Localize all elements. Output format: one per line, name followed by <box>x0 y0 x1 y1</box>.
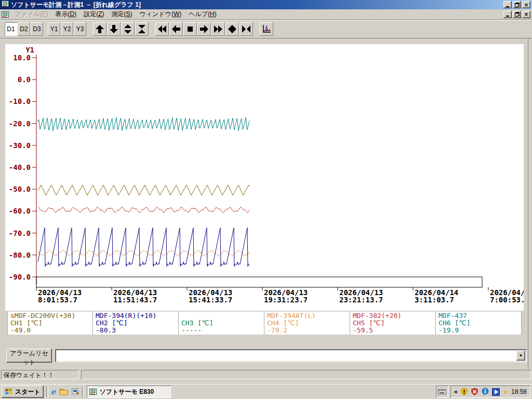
child-minimize-button[interactable] <box>503 11 512 18</box>
child-window-icon[interactable] <box>2 11 9 18</box>
title-bar: ソフトサーモ計測－計測1 － [折れ線グラフ 1] × <box>0 0 532 9</box>
stop-icon <box>185 24 195 34</box>
menu-measure[interactable]: 測定(S) <box>108 9 136 19</box>
minimize-button[interactable] <box>503 1 512 8</box>
expand-vertical-button[interactable] <box>121 22 135 36</box>
arrow-left-icon <box>171 24 181 34</box>
scroll-down-button[interactable] <box>107 22 121 36</box>
expand-horizontal-icon <box>227 24 237 34</box>
menu-settings[interactable]: 設定(Z) <box>80 9 108 19</box>
legend-cell-ch6: MDF-437 CH6 [℃] -19.9 <box>436 312 522 335</box>
channel-value: -19.9 <box>438 327 518 334</box>
graph-display-button[interactable] <box>260 22 273 36</box>
quick-launch: e <box>51 387 80 396</box>
media-play-icon[interactable] <box>492 388 500 396</box>
app-icon <box>89 388 97 395</box>
restore-button[interactable] <box>513 1 521 8</box>
minimize-icon <box>506 6 509 7</box>
menu-file[interactable]: ファイル(F) <box>11 9 51 19</box>
close-icon: × <box>524 11 528 17</box>
svg-text:23:21:13.7: 23:21:13.7 <box>339 296 383 304</box>
dropdown-button[interactable]: ▼ <box>516 351 525 361</box>
line-chart: Y110.00.0-10.0-20.0-30.0-40.0-50.0-60.0-… <box>5 44 524 311</box>
toolbar-y3-button[interactable]: Y3 <box>74 22 86 36</box>
svg-text:-70.0: -70.0 <box>9 229 31 237</box>
child-close-button[interactable]: × <box>522 11 530 18</box>
channel-label: CH6 [℃] <box>438 320 518 327</box>
alarm-combobox[interactable]: ▼ <box>55 349 527 362</box>
toolbar-y1-button[interactable]: Y1 <box>48 22 60 36</box>
channel-name: MDF-394(R)(+10) <box>96 312 176 320</box>
menu-help[interactable]: ヘルプ(H) <box>185 9 220 19</box>
fast-rewind-icon <box>157 24 167 34</box>
start-button[interactable]: スタート <box>2 385 44 398</box>
channel-name: MDF-394AT(L) <box>267 312 347 320</box>
status-bar: 保存ウェイト！！ <box>0 369 532 380</box>
scroll-up-button[interactable] <box>93 22 107 36</box>
channel-value: -59.5 <box>353 327 433 334</box>
expand-vertical-icon <box>123 24 133 34</box>
menu-bar: ファイル(F) 表示(D) 設定(Z) 測定(S) ウィンドウ(W) ヘルプ(H… <box>0 9 532 19</box>
folder-icon[interactable] <box>59 388 68 395</box>
menu-window[interactable]: ウィンドウ(W) <box>136 9 185 19</box>
toolbar-d1-button[interactable]: D1 <box>5 22 17 36</box>
compress-horizontal-button[interactable] <box>240 22 253 36</box>
taskbar-clock[interactable]: 18:58 <box>511 388 527 395</box>
fast-rewind-button[interactable] <box>155 22 169 36</box>
child-restore-button[interactable] <box>513 11 521 18</box>
svg-text:-40.0: -40.0 <box>9 163 31 171</box>
internet-explorer-icon[interactable]: e <box>51 387 56 396</box>
windows-logo-icon <box>5 388 13 395</box>
step-back-button[interactable] <box>169 22 183 36</box>
channel-name: MDF-437 <box>438 312 518 320</box>
toolbar-d2-button[interactable]: D2 <box>18 22 30 36</box>
y-axis: Y110.00.0-10.0-20.0-30.0-40.0-50.0-60.0-… <box>9 46 36 284</box>
channel-name: sMDF-DC200V(+30) <box>10 312 90 320</box>
restore-icon <box>515 12 520 17</box>
svg-text:-80.0: -80.0 <box>9 251 31 259</box>
channel-name <box>181 312 261 320</box>
svg-text:0.0: 0.0 <box>18 75 31 84</box>
arrow-right-icon <box>199 24 209 34</box>
stop-button[interactable] <box>183 22 197 36</box>
svg-text:-50.0: -50.0 <box>9 185 31 193</box>
fast-forward-button[interactable] <box>211 22 225 36</box>
security-alert-shield-icon[interactable] <box>460 388 468 396</box>
fast-forward-icon <box>213 24 223 34</box>
channel-legend: sMDF-DC200V(+30) CH1 [℃] -49.0 MDF-394(R… <box>7 312 522 335</box>
graph-icon <box>261 24 272 34</box>
step-forward-button[interactable] <box>197 22 211 36</box>
series-line-ch6 <box>38 117 249 130</box>
status-message: 保存ウェイト！！ <box>1 370 79 379</box>
svg-text:-60.0: -60.0 <box>9 207 31 215</box>
svg-text:-20.0: -20.0 <box>9 119 31 128</box>
security-error-shield-icon[interactable] <box>471 388 478 396</box>
taskbar-separator <box>46 387 48 397</box>
input-method-indicator[interactable] <box>436 385 448 398</box>
info-balloon-icon[interactable] <box>481 388 489 396</box>
compress-vertical-button[interactable] <box>135 22 149 36</box>
keyboard-icon <box>438 389 446 394</box>
show-desktop-icon[interactable] <box>72 388 79 395</box>
channel-value: -49.0 <box>10 327 90 334</box>
toolbar-y2-button[interactable]: Y2 <box>61 22 73 36</box>
toolbar-d3-button[interactable]: D3 <box>31 22 43 36</box>
channel-value: -79.2 <box>267 327 347 334</box>
status-secondary <box>81 370 531 379</box>
toolbar: D1 D2 D3 Y1 Y2 Y3 <box>0 19 532 38</box>
alarm-reset-button[interactable]: アラームリセット <box>6 349 52 363</box>
task-label: ソフトサーモ E830 <box>99 388 154 396</box>
start-label: スタート <box>15 388 41 396</box>
svg-text:15:41:33.7: 15:41:33.7 <box>189 296 232 304</box>
chart-panel: Y110.00.0-10.0-20.0-30.0-40.0-50.0-60.0-… <box>5 44 524 311</box>
window-title: ソフトサーモ計測－計測1 － [折れ線グラフ 1] <box>11 1 502 9</box>
favorites-star-icon[interactable]: ★ <box>502 388 509 396</box>
taskbar-task-softthermo[interactable]: ソフトサーモ E830 <box>87 385 171 398</box>
chevron-down-icon: ▼ <box>519 353 523 358</box>
close-button[interactable]: × <box>522 1 530 8</box>
expand-horizontal-button[interactable] <box>225 22 239 36</box>
tray-overflow-chevron[interactable]: « <box>454 388 458 395</box>
menu-view[interactable]: 表示(D) <box>51 9 80 19</box>
mdi-client-area: Y110.00.0-10.0-20.0-30.0-40.0-50.0-60.0-… <box>0 38 528 369</box>
alarm-combobox-value[interactable] <box>57 351 516 361</box>
